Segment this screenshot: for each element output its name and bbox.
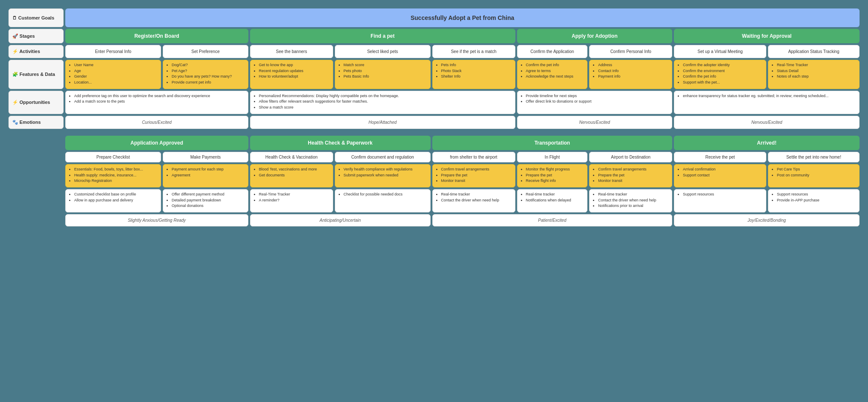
activity-3: Select liked pets	[335, 45, 431, 58]
stage-app-approved: Application Approved	[65, 136, 248, 150]
journey-map-table: 🗒 Customer Goals Successfully Adopt a Pe…	[7, 7, 861, 228]
b-feature-3: Verify health compliance with regulation…	[335, 164, 431, 187]
b-feature-0: Essentials: Food, bowls, toys, litter bo…	[65, 164, 161, 187]
b-opp-2: Real-Time Tracker A reminder?	[250, 189, 333, 212]
stage-register: Register/On Board	[65, 29, 248, 43]
b-feature-6: Confirm travel arrangements Prepare the …	[589, 164, 672, 187]
emotion-2: Nervous/Excited	[517, 116, 673, 129]
activity-0: Enter Personal Info	[65, 45, 161, 58]
activity-4: See if the pet is a match	[432, 45, 515, 58]
b-feature-1: Payment amount for each step Agreement	[163, 164, 248, 187]
b-opp-1: Offer different payment method Detailed …	[163, 189, 248, 212]
b-activity-2: Health Check & Vaccination	[250, 152, 333, 162]
b-activity-0: Prepare Checklist	[65, 152, 161, 162]
feature-5: Confirm the pet info Agree to terms Ackn…	[517, 60, 588, 89]
feature-7: Confirm the adopter identity Confirm the…	[674, 60, 766, 89]
opportunities-label: ⚡ Opportunities	[8, 91, 64, 114]
opp-3: enhance transparency for status tracker …	[674, 91, 860, 114]
feature-8: Real-Time Tracker Status Detail Notes of…	[768, 60, 860, 89]
b-feature-4: Confirm travel arrangements Prepare the …	[432, 164, 515, 187]
activity-5: Confirm the Application	[517, 45, 588, 58]
stage-health-check: Health Check & Paperwork	[250, 136, 431, 150]
b-activity-6: Airport to Destination	[589, 152, 672, 162]
opp-2: Provide timeline for next steps Offer di…	[517, 91, 673, 114]
activity-8: Application Status Tracking	[768, 45, 860, 58]
stage-apply: Apply for Adoption	[517, 29, 673, 43]
b-feature-5: Monitor the flight progress Prepare the …	[517, 164, 588, 187]
b-opp-0: Customized checklist base on profile All…	[65, 189, 161, 212]
feature-4: Pets Info Photo Stack Shelter Info	[432, 60, 515, 89]
opportunities-row-top: ⚡ Opportunities Add preference tag on th…	[8, 91, 860, 114]
activity-1: Set Preference	[163, 45, 248, 58]
b-activity-3: Confirm document and regulation	[335, 152, 431, 162]
b-feature-8: Pet Care Tips Post on community	[768, 164, 860, 187]
b-opp-4: Real-time tracker Contact the driver whe…	[432, 189, 515, 212]
top-goal-cell: Successfully Adopt a Pet from China	[65, 8, 860, 27]
emotions-label: 🐾 Emotions	[8, 116, 64, 129]
b-activity-8: Settle the pet into new home!	[768, 152, 860, 162]
activities-row-top: ⚡ Activities Enter Personal Info Set Pre…	[8, 45, 860, 58]
b-opp-5: Real-time tracker Notifications when del…	[517, 189, 588, 212]
features-row-bottom: Essentials: Food, bowls, toys, litter bo…	[8, 164, 860, 187]
feature-1: Dog/Cat? Pet Age? Do you have any pets? …	[163, 60, 248, 89]
stage-find-pet: Find a pet	[250, 29, 515, 43]
b-feature-7: Arrival confirmation Support contact	[674, 164, 766, 187]
opportunities-row-bottom: Customized checklist base on profile All…	[8, 189, 860, 212]
stage-transportation: Transportation	[432, 136, 673, 150]
stages-row-bottom: Application Approved Health Check & Pape…	[8, 136, 860, 150]
b-opp-3: Checklist for possible needed docs	[335, 189, 431, 212]
b-feature-2: Blood Test, vaccinations and more Get do…	[250, 164, 333, 187]
feature-2: Get to know the app Recent regulation up…	[250, 60, 333, 89]
opp-1: Personalized Recommendations: Display hi…	[250, 91, 515, 114]
emotions-row-bottom: Slightly Anxious/Getting Ready Anticipat…	[8, 214, 860, 226]
b-activity-7: Receive the pet	[674, 152, 766, 162]
activities-label: ⚡ Activities	[8, 45, 64, 58]
feature-6: Address Contact Info Payment info	[589, 60, 672, 89]
activity-7: Set up a Virtual Meeting	[674, 45, 766, 58]
activity-2: See the banners	[250, 45, 333, 58]
section-divider	[8, 131, 860, 134]
b-emotion-2: Patient/Excited	[432, 214, 673, 226]
feature-3: Match score Pets photo Pets Basic Info	[335, 60, 431, 89]
activities-row-bottom: Prepare Checklist Make Payments Health C…	[8, 152, 860, 162]
stages-row-top: 🚀 Stages Register/On Board Find a pet Ap…	[8, 29, 860, 43]
stage-arrived: Arrived!	[674, 136, 860, 150]
b-emotion-0: Slightly Anxious/Getting Ready	[65, 214, 248, 226]
emotion-1: Hope/Attached	[250, 116, 515, 129]
emotion-3: Nervous/Excited	[674, 116, 860, 129]
emotions-row-top: 🐾 Emotions Curious/Excited Hope/Attached…	[8, 116, 860, 129]
b-emotion-1: Anticipating/Uncertain	[250, 214, 431, 226]
stages-label: 🚀 Stages	[8, 29, 64, 43]
emotion-0: Curious/Excited	[65, 116, 248, 129]
b-opp-8: Support resources Provide in-APP purchas…	[768, 189, 860, 212]
opp-0: Add preference tag on this user to optim…	[65, 91, 248, 114]
b-activity-5: In Flight	[517, 152, 588, 162]
b-activity-4: from shelter to the airport	[432, 152, 515, 162]
b-emotion-3: Joy/Excited/Bonding	[674, 214, 860, 226]
b-opp-6: Real-time tracker Contact the driver whe…	[589, 189, 672, 212]
stage-waiting: Waiting for Approval	[674, 29, 860, 43]
features-label: 🧩 Features & Data	[8, 60, 64, 89]
feature-0: User Name Age Gender Location...	[65, 60, 161, 89]
b-opp-7: Support resources	[674, 189, 766, 212]
b-activity-1: Make Payments	[163, 152, 248, 162]
customer-goals-label: 🗒 Customer Goals	[8, 8, 64, 27]
page-container: 🗒 Customer Goals Successfully Adopt a Pe…	[0, 0, 868, 235]
customer-goals-row: 🗒 Customer Goals Successfully Adopt a Pe…	[8, 8, 860, 27]
features-row-top: 🧩 Features & Data User Name Age Gender L…	[8, 60, 860, 89]
activity-6: Confirm Personal Info	[589, 45, 672, 58]
